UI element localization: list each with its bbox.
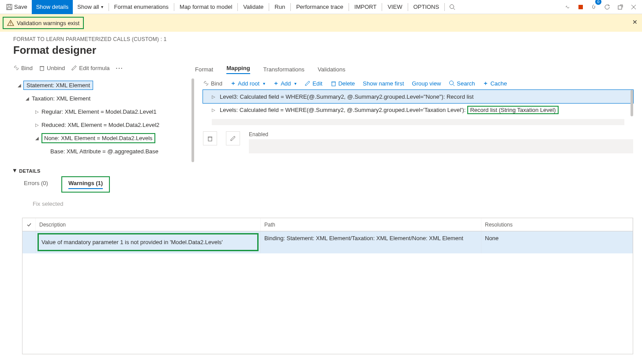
scrollbar[interactable] bbox=[191, 78, 194, 162]
tree-node-regular[interactable]: ▷ Regular: XML Element = Model.Data2.Lev… bbox=[13, 105, 190, 118]
collapse-icon: ▶ bbox=[13, 169, 17, 172]
warning-text: Validation warnings exist bbox=[17, 20, 79, 26]
tree-node-reduced[interactable]: ▷ Reduced: XML Element = Model.Data2.Lev… bbox=[13, 118, 190, 131]
more-button[interactable]: ··· bbox=[116, 65, 124, 71]
search-icon bbox=[449, 4, 455, 10]
delete-field-button[interactable] bbox=[203, 131, 217, 145]
delete-button[interactable]: Delete bbox=[330, 80, 355, 87]
attachment-icon-button[interactable]: 0 bbox=[587, 0, 601, 14]
table-row[interactable]: Value of mandatory parameter 1 is not pr… bbox=[23, 231, 633, 253]
enabled-input[interactable] bbox=[249, 139, 633, 153]
collapse-icon[interactable]: ◢ bbox=[18, 83, 24, 88]
tree-node-statement[interactable]: ◢ Statement: XML Element bbox=[13, 78, 190, 92]
fix-selected-button[interactable]: Fix selected bbox=[13, 193, 642, 212]
separator bbox=[237, 3, 238, 11]
details-header[interactable]: ▶ DETAILS bbox=[13, 168, 642, 174]
expand-icon[interactable]: ▷ bbox=[35, 123, 41, 127]
lower-strip bbox=[212, 119, 624, 125]
separator bbox=[382, 3, 382, 11]
bind-button-right[interactable]: Bind bbox=[203, 80, 222, 87]
view-menu[interactable]: VIEW bbox=[383, 0, 406, 14]
popout-icon bbox=[617, 4, 623, 10]
details-tabs: Errors (0) Warnings (1) bbox=[13, 180, 642, 193]
record-levels[interactable]: ▷ Levels: Calculated field = WHERE(@.Sum… bbox=[203, 103, 633, 116]
import-menu[interactable]: IMPORT bbox=[350, 0, 381, 14]
tab-transformations[interactable]: Transformations bbox=[263, 66, 304, 73]
expand-icon[interactable]: ▷ bbox=[35, 109, 41, 114]
attachment-icon bbox=[591, 4, 597, 10]
trash-icon bbox=[330, 80, 337, 86]
link-icon-button[interactable] bbox=[561, 0, 574, 14]
edit-formula-button[interactable]: Edit formula bbox=[71, 65, 109, 71]
refresh-button[interactable] bbox=[601, 0, 614, 14]
show-name-first-button[interactable]: Show name first bbox=[363, 80, 404, 87]
expand-icon[interactable]: ▷ bbox=[212, 94, 218, 99]
tab-format[interactable]: Format bbox=[195, 66, 213, 73]
record-label-highlight: Record list (String Taxation Level) bbox=[467, 106, 558, 114]
tree-node-taxation[interactable]: ◢ Taxation: XML Element bbox=[13, 92, 190, 105]
row-check[interactable] bbox=[23, 231, 36, 253]
save-label: Save bbox=[14, 4, 27, 10]
tab-errors[interactable]: Errors (0) bbox=[24, 180, 48, 193]
record-level3[interactable]: ▷ Level3: Calculated field = WHERE(@.Sum… bbox=[203, 90, 633, 103]
save-button[interactable]: Save bbox=[2, 0, 32, 14]
record-label: Level3: Calculated field = WHERE(@.Summa… bbox=[220, 93, 473, 100]
tree-node-base[interactable]: Base: XML Attribute = @.aggregated.Base bbox=[13, 145, 190, 158]
separator bbox=[109, 3, 109, 11]
svg-point-15 bbox=[450, 81, 454, 85]
link-icon bbox=[203, 80, 209, 86]
office-icon-button[interactable] bbox=[574, 0, 587, 14]
tab-warnings[interactable]: Warnings (1) bbox=[68, 180, 103, 189]
popout-button[interactable] bbox=[614, 0, 627, 14]
bind-button[interactable]: Bind bbox=[13, 65, 33, 71]
add-label: Add bbox=[281, 80, 291, 87]
validate-button[interactable]: Validate bbox=[239, 0, 268, 14]
tree-node-none[interactable]: ◢ None: XML Element = Model.Data2.Levels bbox=[13, 131, 190, 145]
row-desc: Value of mandatory parameter 1 is not pr… bbox=[36, 231, 261, 253]
svg-line-4 bbox=[454, 8, 455, 10]
map-format-button[interactable]: Map format to model bbox=[175, 0, 237, 14]
add-root-button[interactable]: ＋ Add root ▾ bbox=[230, 79, 265, 87]
breadcrumb: FORMAT TO LEARN PARAMETERIZED CALLS (CUS… bbox=[13, 36, 629, 42]
scrollbar[interactable] bbox=[631, 90, 633, 116]
run-button[interactable]: Run bbox=[270, 0, 289, 14]
edit-field-button[interactable] bbox=[226, 131, 240, 145]
plus-icon: ＋ bbox=[483, 79, 488, 87]
options-menu[interactable]: OPTIONS bbox=[409, 0, 444, 14]
tree-label: Regular: XML Element = Model.Data2.Level… bbox=[41, 108, 157, 115]
col-resolutions[interactable]: Resolutions bbox=[481, 218, 633, 231]
separator bbox=[349, 3, 349, 11]
right-pane: Format Mapping Transformations Validatio… bbox=[190, 59, 642, 158]
cache-button[interactable]: ＋ Cache bbox=[483, 79, 507, 87]
tab-validations[interactable]: Validations bbox=[318, 66, 345, 73]
col-path[interactable]: Path bbox=[261, 218, 481, 231]
search-button-right[interactable]: Search bbox=[449, 80, 475, 87]
collapse-icon[interactable]: ◢ bbox=[35, 136, 41, 141]
left-toolbar: Bind Unbind Edit formula ··· bbox=[13, 59, 190, 77]
show-details-button[interactable]: Show details bbox=[32, 0, 73, 14]
link-icon bbox=[13, 65, 19, 71]
warning-content: Validation warnings exist bbox=[3, 17, 84, 29]
plus-icon: ＋ bbox=[230, 79, 236, 87]
map-format-label: Map format to model bbox=[180, 4, 232, 10]
format-enum-button[interactable]: Format enumerations bbox=[110, 0, 173, 14]
group-view-label: Group view bbox=[412, 80, 441, 87]
tab-mapping[interactable]: Mapping bbox=[226, 65, 250, 74]
close-button[interactable] bbox=[627, 0, 640, 14]
perf-trace-button[interactable]: Performance trace bbox=[292, 0, 348, 14]
collapse-icon[interactable]: ◢ bbox=[26, 96, 32, 101]
add-root-label: Add root bbox=[238, 80, 259, 87]
expand-icon[interactable]: ▷ bbox=[212, 108, 218, 112]
edit-button[interactable]: Edit bbox=[304, 80, 322, 87]
add-button[interactable]: ＋ Add ▾ bbox=[273, 79, 297, 87]
search-button[interactable] bbox=[446, 0, 459, 14]
unbind-button[interactable]: Unbind bbox=[39, 65, 65, 71]
banner-close-button[interactable]: ✕ bbox=[632, 19, 638, 26]
svg-point-10 bbox=[10, 24, 11, 25]
warnings-label: Warnings (1) bbox=[68, 180, 103, 186]
col-check[interactable] bbox=[23, 218, 36, 231]
col-description[interactable]: Description bbox=[36, 218, 261, 231]
group-view-button[interactable]: Group view bbox=[412, 80, 441, 87]
show-all-button[interactable]: Show all ▾ bbox=[73, 0, 107, 14]
link-icon bbox=[564, 4, 571, 10]
